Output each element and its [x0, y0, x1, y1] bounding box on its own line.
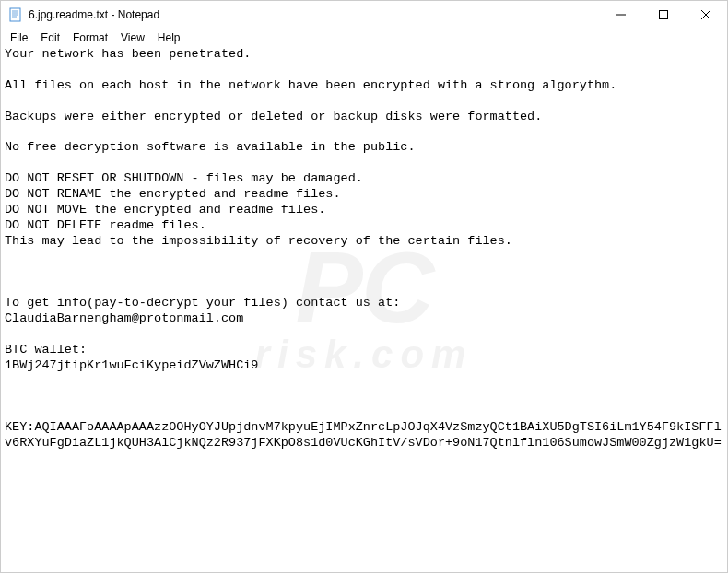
- menu-view[interactable]: View: [115, 29, 150, 46]
- window-controls: [600, 1, 727, 29]
- title-left: 6.jpg.readme.txt - Notepad: [8, 7, 159, 22]
- menu-help[interactable]: Help: [152, 29, 186, 46]
- menu-format[interactable]: Format: [67, 29, 113, 46]
- menu-edit[interactable]: Edit: [35, 29, 65, 46]
- menu-file[interactable]: File: [5, 29, 33, 46]
- svg-rect-6: [660, 11, 668, 19]
- close-button[interactable]: [685, 1, 727, 29]
- window-title: 6.jpg.readme.txt - Notepad: [29, 8, 159, 21]
- title-bar: 6.jpg.readme.txt - Notepad: [1, 1, 727, 29]
- maximize-button[interactable]: [642, 1, 685, 29]
- menu-bar: File Edit Format View Help: [1, 29, 727, 47]
- notepad-window: 6.jpg.readme.txt - Notepad File Edit For…: [0, 0, 728, 573]
- minimize-button[interactable]: [600, 1, 642, 29]
- notepad-icon: [8, 7, 23, 22]
- text-content[interactable]: Your network has been penetrated. All fi…: [1, 47, 727, 572]
